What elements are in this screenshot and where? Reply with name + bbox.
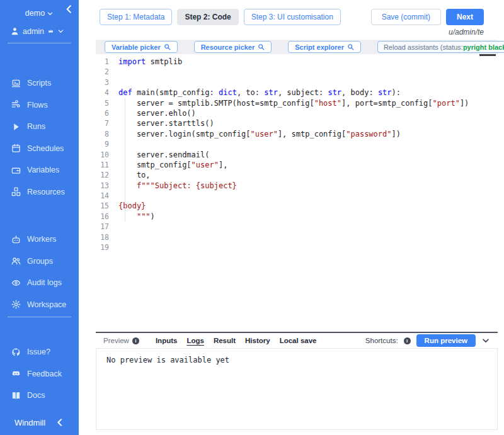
sidebar-item-label: Resources	[27, 188, 65, 196]
save-commit-button[interactable]: Save (commit)	[371, 9, 441, 25]
code-line[interactable]: 1import smtplib	[96, 57, 498, 67]
sidebar-item-groups[interactable]: Groups	[0, 251, 79, 273]
script-explorer-button[interactable]: Script explorer	[288, 41, 361, 53]
sidebar-item-feedback[interactable]: Feedback	[0, 363, 79, 385]
picker-buttons: Variable pickerResource pickerScript exp…	[105, 41, 361, 53]
picker-label: Resource picker	[201, 43, 255, 51]
collapse-sidebar-bottom-icon[interactable]	[55, 418, 64, 427]
sidebar-item-label: Flows	[27, 101, 48, 110]
line-number: 2	[96, 67, 113, 77]
sidebar-item-flows[interactable]: Flows	[0, 94, 79, 116]
code-line[interactable]: 4def main(smtp_config: dict, to: str, su…	[96, 88, 498, 98]
preview-tab-result[interactable]: Result	[214, 337, 236, 344]
book-icon	[11, 391, 21, 400]
preview-tab-history[interactable]: History	[245, 337, 270, 344]
code-line[interactable]: 18	[96, 232, 498, 242]
script-path: u/admin/te	[96, 28, 498, 37]
sidebar-item-workers[interactable]: Workers	[0, 229, 79, 251]
code-line[interactable]: 11 smtp_config["user"],	[96, 160, 498, 170]
sidebar-item-docs[interactable]: Docs	[0, 385, 79, 407]
code-line[interactable]: 5 server = smtplib.SMTP(host=smtp_config…	[96, 98, 498, 108]
sidebar-item-schedules[interactable]: Schedules	[0, 138, 79, 160]
info-icon[interactable]: i	[132, 337, 139, 344]
sidebar-item-runs[interactable]: Runs	[0, 116, 79, 138]
code-line[interactable]: 3	[96, 77, 498, 88]
header-actions: Save (commit) Next	[371, 9, 484, 25]
reload-assistants-button[interactable]: Reload assistants (status: pyright black…	[377, 41, 504, 53]
line-number: 17	[96, 222, 113, 232]
preview-title: Preview	[103, 337, 129, 344]
code-line[interactable]: 8 server.login(smtp_config["user"], smtp…	[96, 129, 498, 139]
line-content: f"""Subject: {subject}	[113, 181, 237, 191]
sidebar-item-label: Schedules	[27, 144, 64, 153]
sidebar-item-resources[interactable]: Resources	[0, 181, 79, 203]
sidebar-item-scripts[interactable]: Scripts	[0, 72, 79, 94]
preview-empty-message: No preview is available yet	[106, 356, 229, 364]
line-content: server.login(smtp_config["user"], smtp_c…	[113, 129, 401, 139]
editor-scrollbar[interactable]	[479, 54, 496, 56]
resource-picker-button[interactable]: Resource picker	[194, 41, 272, 53]
crown-icon	[47, 28, 54, 35]
sidebar-item-label: Groups	[27, 257, 53, 266]
collapse-sidebar-icon[interactable]	[63, 4, 74, 16]
code-line[interactable]: 15{body}	[96, 201, 498, 211]
nav-primary: ScriptsFlowsRunsSchedulesVariablesResour…	[0, 72, 79, 203]
info-icon[interactable]: i	[404, 337, 411, 344]
sidebar-divider	[8, 317, 71, 317]
line-number: 14	[96, 191, 113, 201]
line-number: 4	[96, 88, 113, 98]
code-line[interactable]: 14	[96, 191, 498, 201]
chevron-down-icon	[57, 28, 64, 35]
code-line[interactable]: 16 """)	[96, 212, 498, 222]
sidebar-item-issue[interactable]: Issue?	[0, 341, 79, 363]
chevron-down-icon	[47, 10, 54, 17]
sidebar-item-workspace[interactable]: Workspace	[0, 294, 79, 316]
preview-tab-local-save[interactable]: Local save	[280, 337, 317, 344]
line-content	[113, 67, 118, 77]
sidebar-item-label: Docs	[27, 391, 45, 400]
code-line[interactable]: 19	[96, 242, 498, 252]
line-content: to,	[113, 170, 151, 180]
line-content: server.sendmail(	[113, 150, 210, 160]
line-number: 12	[96, 170, 113, 180]
code-line[interactable]: 17	[96, 222, 498, 232]
code-line[interactable]: 7 server.starttls()	[96, 118, 498, 128]
discord-icon	[11, 369, 21, 378]
line-content: server = smtplib.SMTP(host=smtp_config["…	[113, 98, 469, 108]
preview-tab-inputs[interactable]: Inputs	[156, 337, 178, 344]
sidebar-item-variables[interactable]: Variables	[0, 159, 79, 181]
sidebar-item-audit-logs[interactable]: Audit logs	[0, 272, 79, 294]
code-line[interactable]: 9	[96, 139, 498, 149]
variable-picker-button[interactable]: Variable picker	[105, 41, 178, 53]
preview-tab-logs[interactable]: Logs	[186, 337, 203, 344]
next-button[interactable]: Next	[446, 9, 484, 25]
collapse-preview-icon[interactable]	[481, 336, 490, 345]
line-content: smtp_config["user"],	[113, 160, 227, 170]
code-line[interactable]: 6 server.ehlo()	[96, 108, 498, 118]
code-line[interactable]: 10 server.sendmail(	[96, 150, 498, 160]
line-number: 18	[96, 232, 113, 242]
code-line[interactable]: 13 f"""Subject: {subject}	[96, 181, 498, 191]
tab-step-3-ui-customisation[interactable]: Step 3: UI customisation	[244, 9, 341, 25]
line-content	[113, 191, 118, 201]
editor-toolbar: Variable pickerResource pickerScript exp…	[96, 40, 498, 54]
user-menu[interactable]: admin	[10, 26, 79, 36]
code-editor[interactable]: 1import smtplib234def main(smtp_config: …	[96, 54, 498, 332]
code-line[interactable]: 12 to,	[96, 170, 498, 180]
github-icon	[11, 347, 21, 357]
picker-label: Script explorer	[295, 43, 344, 51]
sidebar-divider	[8, 43, 71, 43]
step-tabs-row: Step 1: MetadataStep 2: CodeStep 3: UI c…	[96, 9, 498, 25]
line-content	[113, 242, 118, 252]
tab-step-1-metadata[interactable]: Step 1: Metadata	[100, 9, 172, 25]
eye-icon	[11, 278, 21, 288]
line-number: 9	[96, 139, 113, 149]
brand-name: Windmill	[14, 418, 45, 427]
line-content: server.starttls()	[113, 118, 214, 128]
run-preview-button[interactable]: Run preview	[416, 334, 476, 347]
tab-step-2-code[interactable]: Step 2: Code	[177, 9, 238, 25]
code-line[interactable]: 2	[96, 67, 498, 77]
line-number: 8	[96, 129, 113, 139]
search-icon	[347, 43, 354, 50]
shortcuts-label: Shortcuts:	[365, 337, 398, 344]
